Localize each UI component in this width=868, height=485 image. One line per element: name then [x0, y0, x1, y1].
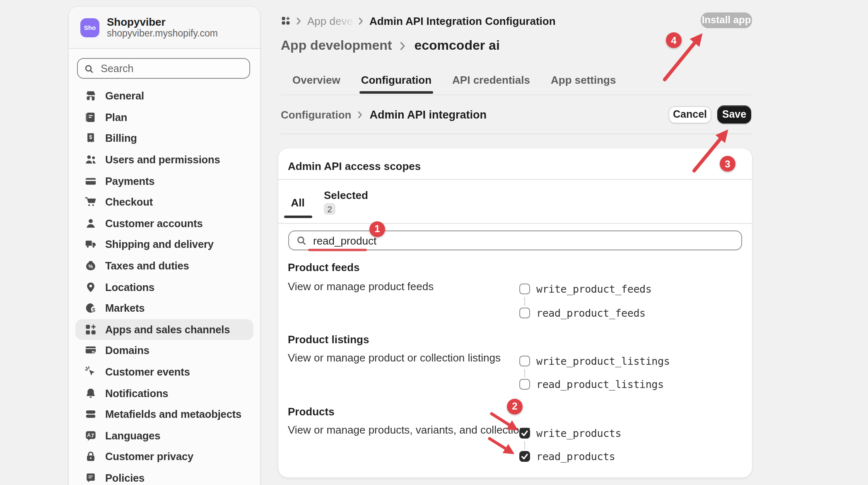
- sidebar-item-billing[interactable]: $ Billing: [75, 128, 253, 149]
- save-button[interactable]: Save: [717, 105, 751, 124]
- app-tabs: Overview Configuration API credentials A…: [292, 67, 616, 93]
- annotation-step-3: 3: [720, 156, 735, 172]
- section-description: View or manage product or collection lis…: [288, 352, 501, 365]
- receipt-icon: $: [84, 132, 97, 145]
- install-app-button[interactable]: Install app: [701, 12, 752, 28]
- scope-label: read_product_feeds: [536, 307, 646, 319]
- sidebar-item-label: Locations: [105, 281, 154, 293]
- settings-sidebar: Sho Shopyviber shopyviber.myshopify.com …: [69, 7, 260, 485]
- sidebar-item-markets[interactable]: $ Markets: [75, 298, 253, 319]
- store-icon: [84, 90, 97, 102]
- page-heading: App development ecomcoder ai: [281, 37, 500, 54]
- sidebar-item-label: Customer accounts: [105, 217, 203, 230]
- sidebar-item-taxes-duties[interactable]: % Taxes and duties: [75, 255, 253, 276]
- two-users-icon: [84, 153, 97, 166]
- sidebar-item-languages[interactable]: A Languages: [75, 425, 253, 446]
- scope-label: read_products: [536, 450, 615, 463]
- tab-configuration[interactable]: Configuration: [361, 67, 432, 93]
- svg-text:A: A: [87, 432, 91, 438]
- store-avatar-initials: Sho: [84, 24, 96, 31]
- tab-app-settings[interactable]: App settings: [551, 67, 616, 93]
- scope-search[interactable]: [288, 230, 742, 250]
- search-icon: [296, 235, 306, 245]
- checkbox-connector: [524, 441, 526, 449]
- sidebar-item-plan[interactable]: Plan: [75, 107, 253, 128]
- tab-api-credentials[interactable]: API credentials: [452, 67, 530, 93]
- sidebar-item-locations[interactable]: Locations: [75, 276, 253, 298]
- heading-app-name: ecomcoder ai: [414, 38, 499, 53]
- scope-checkbox-read-product-listings[interactable]: [519, 379, 530, 390]
- section-description: View or manage products, variants, and c…: [288, 423, 530, 436]
- scope-option-row: read_product_listings: [519, 379, 664, 390]
- svg-text:$: $: [89, 134, 92, 141]
- sidebar-item-metafields[interactable]: Metafields and metaobjects: [75, 404, 253, 425]
- settings-nav: General Plan $ Billing Users and permiss…: [75, 85, 253, 485]
- check-icon: [520, 428, 529, 439]
- sidebar-item-customer-accounts[interactable]: Customer accounts: [75, 213, 253, 234]
- sidebar-item-shipping-delivery[interactable]: Shipping and delivery: [75, 234, 253, 255]
- bell-icon: [84, 387, 97, 399]
- sidebar-item-label: Markets: [105, 302, 145, 314]
- sidebar-item-label: Billing: [105, 132, 137, 145]
- sidebar-item-label: Taxes and duties: [105, 259, 189, 272]
- sidebar-item-label: Users and permissions: [105, 153, 220, 166]
- sidebar-item-customer-privacy[interactable]: Customer privacy: [75, 446, 253, 467]
- sidebar-item-payments[interactable]: Payments: [75, 170, 253, 192]
- scope-checkbox-read-products[interactable]: [519, 451, 530, 462]
- sub-breadcrumb-current: Admin API integration: [369, 109, 487, 121]
- shopify-settings-window: Sho Shopyviber shopyviber.myshopify.com …: [0, 0, 868, 485]
- scope-label: write_product_listings: [536, 354, 670, 367]
- section-description: View or manage product feeds: [288, 280, 434, 293]
- section-divider: [281, 133, 751, 134]
- sidebar-item-label: Customer privacy: [105, 451, 193, 463]
- scopes-tab-selected[interactable]: Selected 2: [324, 190, 368, 215]
- sidebar-item-label: Domains: [105, 344, 149, 357]
- sidebar-item-label: Apps and sales channels: [105, 323, 230, 336]
- sidebar-item-label: Payments: [105, 175, 154, 187]
- sidebar-item-label: Metafields and metaobjects: [105, 408, 241, 420]
- scopes-tab-all[interactable]: All: [284, 190, 312, 216]
- sidebar-item-domains[interactable]: Domains: [75, 340, 253, 361]
- scope-checkbox-write-products[interactable]: [519, 428, 530, 439]
- sidebar-item-apps-sales-channels[interactable]: Apps and sales channels: [75, 319, 253, 340]
- cart-icon: [84, 196, 97, 209]
- annotation-step-1: 1: [369, 221, 385, 237]
- sidebar-item-policies[interactable]: Policies: [75, 467, 253, 485]
- scope-label: read_product_listings: [536, 378, 664, 390]
- sidebar-item-checkout[interactable]: Checkout: [75, 192, 253, 213]
- store-domain: shopyviber.myshopify.com: [107, 28, 218, 39]
- money-bag-percent-icon: %: [84, 259, 97, 272]
- sidebar-item-label: Plan: [105, 111, 127, 124]
- sidebar-item-general[interactable]: General: [75, 85, 253, 107]
- tab-overview[interactable]: Overview: [292, 67, 340, 93]
- sidebar-item-label: General: [105, 90, 144, 102]
- sidebar-item-customer-events[interactable]: Customer events: [75, 361, 253, 382]
- sidebar-item-notifications[interactable]: Notifications: [75, 383, 253, 404]
- scope-option-row: write_products: [519, 428, 621, 439]
- section-title: Product listings: [288, 333, 369, 347]
- person-icon: [84, 217, 97, 230]
- store-name: Shopyviber: [107, 16, 218, 28]
- section-title: Product feeds: [288, 261, 359, 274]
- sub-breadcrumb-configuration[interactable]: Configuration: [281, 109, 351, 121]
- scope-checkbox-write-product-feeds[interactable]: [519, 284, 530, 294]
- sidebar-search[interactable]: [77, 58, 250, 79]
- chevron-right-icon: [358, 111, 363, 119]
- scope-checkbox-write-product-listings[interactable]: [519, 355, 530, 366]
- sidebar-item-label: Shipping and delivery: [105, 238, 214, 251]
- section-title: Products: [288, 405, 335, 418]
- scopes-tab-selected-label: Selected: [324, 190, 368, 201]
- heading-app-development[interactable]: App development: [281, 38, 392, 53]
- scope-option-row: write_product_feeds: [519, 284, 651, 294]
- apps-grid-plus-icon[interactable]: [281, 16, 291, 26]
- cancel-button[interactable]: Cancel: [668, 106, 711, 124]
- sidebar-search-input[interactable]: [99, 62, 243, 75]
- store-header: Sho Shopyviber shopyviber.myshopify.com: [69, 7, 260, 49]
- search-icon: [84, 63, 93, 73]
- map-pin-icon: [84, 281, 97, 293]
- scope-checkbox-read-product-feeds[interactable]: [519, 308, 530, 318]
- sidebar-item-users-permissions[interactable]: Users and permissions: [75, 149, 253, 170]
- scope-option-row: read_product_feeds: [519, 308, 646, 318]
- breadcrumb-app-dev[interactable]: App deve: [307, 15, 353, 27]
- admin-api-scopes-card: Admin API access scopes All Selected 2 P…: [278, 148, 752, 478]
